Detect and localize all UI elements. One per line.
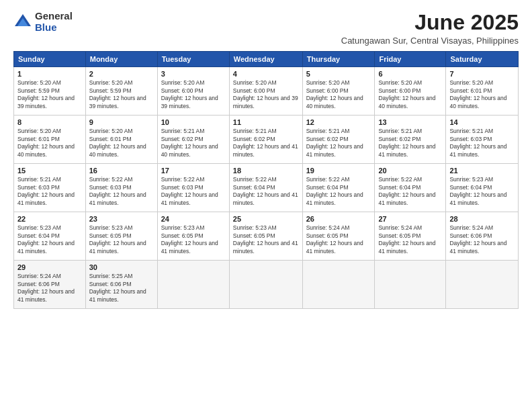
day-number: 9 [89,118,154,126]
calendar-row: 1 Sunrise: 5:20 AM Sunset: 5:59 PM Dayli… [14,67,519,116]
day-info: Sunrise: 5:24 AM Sunset: 6:06 PM Dayligh… [449,224,515,255]
table-row: 22 Sunrise: 5:23 AM Sunset: 6:04 PM Dayl… [14,212,86,261]
day-number: 19 [306,167,371,175]
day-info: Sunrise: 5:22 AM Sunset: 6:04 PM Dayligh… [378,176,442,207]
day-number: 18 [233,167,299,175]
day-number: 27 [378,215,442,223]
day-number: 8 [17,118,82,126]
day-info: Sunrise: 5:21 AM Sunset: 6:03 PM Dayligh… [17,176,82,207]
table-row: 27 Sunrise: 5:24 AM Sunset: 6:05 PM Dayl… [375,212,446,261]
day-info: Sunrise: 5:23 AM Sunset: 6:05 PM Dayligh… [233,224,299,255]
table-row: 23 Sunrise: 5:23 AM Sunset: 6:05 PM Dayl… [85,212,157,261]
logo-text: General Blue [35,11,73,33]
day-info: Sunrise: 5:20 AM Sunset: 6:00 PM Dayligh… [161,79,226,110]
calendar-row: 29 Sunrise: 5:24 AM Sunset: 6:06 PM Dayl… [14,261,519,309]
day-number: 29 [17,263,82,271]
day-number: 21 [449,167,515,175]
day-info: Sunrise: 5:21 AM Sunset: 6:02 PM Dayligh… [306,128,371,158]
logo: General Blue [13,11,73,33]
day-number: 17 [161,167,226,175]
table-row: 21 Sunrise: 5:23 AM Sunset: 6:04 PM Dayl… [446,164,519,212]
day-info: Sunrise: 5:20 AM Sunset: 6:00 PM Dayligh… [378,79,442,110]
day-info: Sunrise: 5:23 AM Sunset: 6:05 PM Dayligh… [161,224,226,255]
day-info: Sunrise: 5:24 AM Sunset: 6:05 PM Dayligh… [378,224,442,255]
day-number: 23 [89,215,154,223]
logo-blue: Blue [35,22,73,34]
day-info: Sunrise: 5:22 AM Sunset: 6:04 PM Dayligh… [233,176,299,207]
day-info: Sunrise: 5:21 AM Sunset: 6:02 PM Dayligh… [233,128,299,158]
day-number: 12 [306,118,371,126]
table-row: 26 Sunrise: 5:24 AM Sunset: 6:05 PM Dayl… [302,212,375,261]
table-row: 29 Sunrise: 5:24 AM Sunset: 6:06 PM Dayl… [14,261,86,309]
day-info: Sunrise: 5:21 AM Sunset: 6:02 PM Dayligh… [378,128,442,158]
table-row: 17 Sunrise: 5:22 AM Sunset: 6:03 PM Dayl… [157,164,229,212]
day-info: Sunrise: 5:23 AM Sunset: 6:04 PM Dayligh… [449,176,515,207]
day-info: Sunrise: 5:22 AM Sunset: 6:03 PM Dayligh… [89,176,154,207]
calendar-row: 8 Sunrise: 5:20 AM Sunset: 6:01 PM Dayli… [14,116,519,164]
header-friday: Friday [375,52,446,67]
table-row: 12 Sunrise: 5:21 AM Sunset: 6:02 PM Dayl… [302,116,375,164]
header-monday: Monday [85,52,157,67]
logo-icon [13,13,32,32]
day-number: 3 [161,70,226,78]
table-row: 4 Sunrise: 5:20 AM Sunset: 6:00 PM Dayli… [229,67,302,116]
day-number: 26 [306,215,371,223]
table-row: 5 Sunrise: 5:20 AM Sunset: 6:00 PM Dayli… [302,67,375,116]
logo-general: General [35,11,73,22]
day-info: Sunrise: 5:25 AM Sunset: 6:06 PM Dayligh… [89,273,154,304]
page: General Blue June 2025 Catungawan Sur, C… [0,0,532,411]
day-number: 10 [161,118,226,126]
day-info: Sunrise: 5:20 AM Sunset: 6:00 PM Dayligh… [233,79,299,110]
header-saturday: Saturday [446,52,519,67]
table-row [302,261,375,309]
table-row: 19 Sunrise: 5:22 AM Sunset: 6:04 PM Dayl… [302,164,375,212]
day-number: 28 [449,215,515,223]
location-title: Catungawan Sur, Central Visayas, Philipp… [341,36,519,46]
table-row: 10 Sunrise: 5:21 AM Sunset: 6:02 PM Dayl… [157,116,229,164]
day-info: Sunrise: 5:20 AM Sunset: 6:01 PM Dayligh… [89,128,154,158]
table-row [157,261,229,309]
day-info: Sunrise: 5:24 AM Sunset: 6:06 PM Dayligh… [17,273,82,304]
header: General Blue June 2025 Catungawan Sur, C… [13,11,519,46]
calendar-table: Sunday Monday Tuesday Wednesday Thursday… [13,51,519,309]
day-info: Sunrise: 5:21 AM Sunset: 6:02 PM Dayligh… [161,128,226,158]
day-info: Sunrise: 5:22 AM Sunset: 6:03 PM Dayligh… [161,176,226,207]
header-thursday: Thursday [302,52,375,67]
day-number: 11 [233,118,299,126]
table-row: 24 Sunrise: 5:23 AM Sunset: 6:05 PM Dayl… [157,212,229,261]
table-row: 13 Sunrise: 5:21 AM Sunset: 6:02 PM Dayl… [375,116,446,164]
table-row: 11 Sunrise: 5:21 AM Sunset: 6:02 PM Dayl… [229,116,302,164]
title-section: June 2025 Catungawan Sur, Central Visaya… [341,11,519,46]
day-number: 6 [378,70,442,78]
header-wednesday: Wednesday [229,52,302,67]
table-row: 15 Sunrise: 5:21 AM Sunset: 6:03 PM Dayl… [14,164,86,212]
table-row: 25 Sunrise: 5:23 AM Sunset: 6:05 PM Dayl… [229,212,302,261]
day-number: 22 [17,215,82,223]
calendar-header-row: Sunday Monday Tuesday Wednesday Thursday… [14,52,519,67]
table-row: 18 Sunrise: 5:22 AM Sunset: 6:04 PM Dayl… [229,164,302,212]
table-row: 16 Sunrise: 5:22 AM Sunset: 6:03 PM Dayl… [85,164,157,212]
day-number: 30 [89,263,154,271]
day-number: 16 [89,167,154,175]
day-info: Sunrise: 5:20 AM Sunset: 6:00 PM Dayligh… [306,79,371,110]
table-row [229,261,302,309]
table-row [375,261,446,309]
day-info: Sunrise: 5:21 AM Sunset: 6:03 PM Dayligh… [449,128,515,158]
day-number: 25 [233,215,299,223]
day-number: 7 [449,70,515,78]
day-info: Sunrise: 5:23 AM Sunset: 6:05 PM Dayligh… [89,224,154,255]
day-number: 4 [233,70,299,78]
day-info: Sunrise: 5:20 AM Sunset: 5:59 PM Dayligh… [89,79,154,110]
day-number: 5 [306,70,371,78]
table-row [446,261,519,309]
table-row: 20 Sunrise: 5:22 AM Sunset: 6:04 PM Dayl… [375,164,446,212]
header-sunday: Sunday [14,52,86,67]
table-row: 2 Sunrise: 5:20 AM Sunset: 5:59 PM Dayli… [85,67,157,116]
day-info: Sunrise: 5:23 AM Sunset: 6:04 PM Dayligh… [17,224,82,255]
calendar-row: 22 Sunrise: 5:23 AM Sunset: 6:04 PM Dayl… [14,212,519,261]
table-row: 6 Sunrise: 5:20 AM Sunset: 6:00 PM Dayli… [375,67,446,116]
calendar-row: 15 Sunrise: 5:21 AM Sunset: 6:03 PM Dayl… [14,164,519,212]
day-number: 2 [89,70,154,78]
day-number: 14 [449,118,515,126]
table-row: 8 Sunrise: 5:20 AM Sunset: 6:01 PM Dayli… [14,116,86,164]
